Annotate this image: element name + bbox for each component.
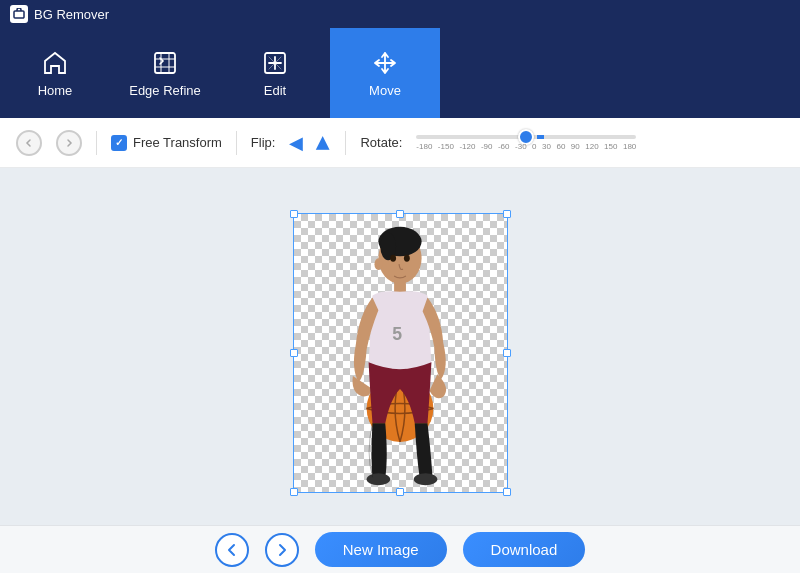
prev-button[interactable] — [215, 533, 249, 567]
person-svg: 5 — [320, 217, 480, 492]
svg-point-13 — [374, 258, 382, 270]
flip-label: Flip: — [251, 135, 276, 150]
next-button[interactable] — [265, 533, 299, 567]
new-image-button[interactable]: New Image — [315, 532, 447, 567]
separator-1 — [96, 131, 97, 155]
free-transform-checkbox[interactable] — [111, 135, 127, 151]
separator-2 — [236, 131, 237, 155]
app-icon — [10, 5, 28, 23]
nav-move[interactable]: Move — [330, 28, 440, 118]
svg-point-9 — [367, 473, 391, 485]
rotate-slider-container: -180 -150 -120 -90 -60 -30 0 30 60 90 12… — [416, 135, 636, 151]
free-transform-control[interactable]: Free Transform — [111, 135, 222, 151]
subject-image: 5 — [294, 214, 507, 492]
top-nav: Home Edge Refine Edit Move — [0, 28, 800, 118]
image-container[interactable]: 5 — [293, 213, 508, 493]
nav-edge-refine-label: Edge Refine — [129, 83, 201, 98]
svg-rect-0 — [14, 11, 24, 18]
svg-point-12 — [404, 255, 410, 262]
rotate-slider[interactable] — [416, 135, 636, 139]
nav-home-label: Home — [38, 83, 73, 98]
flip-horizontal-button[interactable]: ◀ — [289, 132, 303, 154]
forward-button[interactable] — [56, 130, 82, 156]
canvas-area: 5 — [0, 168, 800, 538]
svg-point-10 — [414, 473, 438, 485]
svg-rect-1 — [155, 53, 175, 73]
nav-edit[interactable]: Edit — [220, 28, 330, 118]
nav-edge-refine[interactable]: Edge Refine — [110, 28, 220, 118]
app-title: BG Remover — [34, 7, 109, 22]
separator-3 — [345, 131, 346, 155]
footer: New Image Download — [0, 525, 800, 573]
svg-point-11 — [390, 255, 396, 262]
titlebar: BG Remover — [0, 0, 800, 28]
nav-home[interactable]: Home — [0, 28, 110, 118]
free-transform-label: Free Transform — [133, 135, 222, 150]
back-button[interactable] — [16, 130, 42, 156]
nav-edit-label: Edit — [264, 83, 286, 98]
download-button[interactable]: Download — [463, 532, 586, 567]
svg-text:5: 5 — [392, 324, 402, 344]
nav-move-label: Move — [369, 83, 401, 98]
rotate-label: Rotate: — [360, 135, 402, 150]
flip-vertical-button[interactable]: ◀ — [313, 136, 335, 150]
toolbar: Free Transform Flip: ◀ ◀ Rotate: -180 -1… — [0, 118, 800, 168]
